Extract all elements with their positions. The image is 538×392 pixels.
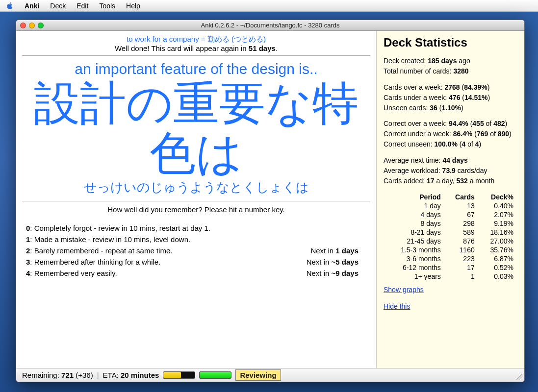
cards-over-week: Cards over a week: 2768 (84.39%) xyxy=(384,83,517,92)
table-row: 3-6 months2236.87% xyxy=(384,254,517,263)
answer-option-3[interactable]: 3: Remembered after thinking for a while… xyxy=(24,256,368,268)
stats-sidebar: Deck Statistics Deck created: 185 days a… xyxy=(376,31,524,368)
schedule-message: Well done! This card will appear again i… xyxy=(22,44,370,52)
correct-under-week: Correct under a week: 86.4% (769 of 890) xyxy=(384,129,517,139)
table-row: 8 days2989.19% xyxy=(384,219,517,228)
deck-created: Deck created: 185 days ago xyxy=(384,56,517,66)
card-reading: せっけいのじゅうようなとくしょくは xyxy=(22,179,370,196)
table-row: 1 day130.40% xyxy=(384,201,517,210)
correct-over-week: Correct over a week: 94.4% (455 of 482) xyxy=(384,119,517,128)
menu-deck[interactable]: Deck xyxy=(50,2,66,10)
resize-handle-icon[interactable] xyxy=(516,374,522,380)
divider xyxy=(22,201,370,201)
apple-logo-icon[interactable] xyxy=(6,2,14,10)
progress-bar-yellow xyxy=(163,371,195,379)
main-pane: to work for a company = 勤める (つとめる) Well … xyxy=(16,31,376,368)
table-row: 1.5-3 months116035.76% xyxy=(384,245,517,254)
window-title: Anki 0.2.6.2 - ~/Documents/tango.fc - 32… xyxy=(16,22,524,29)
unseen-cards: Unseen cards: 36 (1.10%) xyxy=(384,103,517,113)
answer-prompt: How well did you remember? Please hit a … xyxy=(24,205,368,214)
correct-unseen: Correct unseen: 100.0% (4 of 4) xyxy=(384,140,517,149)
avg-workload: Average workload: 73.9 cards/day xyxy=(384,166,517,175)
system-menubar: Anki Deck Edit Tools Help xyxy=(0,0,538,12)
period-table: Period Cards Deck% 1 day130.40%4 days672… xyxy=(384,193,517,281)
card-main-text: 設計の重要な特色は xyxy=(22,78,370,178)
menu-edit[interactable]: Edit xyxy=(77,2,88,10)
total-cards: Total number of cards: 3280 xyxy=(384,67,517,76)
cards-added: Cards added: 17 a day, 532 a month xyxy=(384,176,517,186)
card-hint: an important feature of the design is.. xyxy=(22,61,370,77)
next-interval: Next in ~9 days xyxy=(307,269,359,277)
menu-tools[interactable]: Tools xyxy=(99,2,115,10)
divider xyxy=(22,55,370,56)
table-row: 1+ years10.03% xyxy=(384,272,517,281)
remaining-label: Remaining: 721 (+36) xyxy=(22,371,93,379)
table-row: 21-45 days87627.00% xyxy=(384,237,517,245)
app-window: Anki 0.2.6.2 - ~/Documents/tango.fc - 32… xyxy=(16,20,525,382)
previous-card-summary: to work for a company = 勤める (つとめる) xyxy=(22,35,370,44)
cards-under-week: Cards under a week: 476 (14.51%) xyxy=(384,93,517,102)
avg-next-time: Average next time: 44 days xyxy=(384,156,517,165)
stats-title: Deck Statistics xyxy=(384,36,517,49)
eta-label: ETA: 20 minutes xyxy=(103,371,159,379)
mode-indicator: Reviewing xyxy=(235,369,281,381)
titlebar[interactable]: Anki 0.2.6.2 - ~/Documents/tango.fc - 32… xyxy=(16,20,524,31)
answer-option-0[interactable]: 0: Completely forgot - review in 10 mins… xyxy=(24,222,368,234)
show-graphs-link[interactable]: Show graphs xyxy=(384,286,424,294)
status-bar: Remaining: 721 (+36) | ETA: 20 minutes R… xyxy=(16,368,524,382)
next-interval: Next in ~5 days xyxy=(307,258,359,266)
answer-option-1[interactable]: 1: Made a mistake - review in 10 mins, l… xyxy=(24,234,368,245)
table-row: 4 days672.07% xyxy=(384,210,517,219)
app-name[interactable]: Anki xyxy=(25,2,39,10)
menu-help[interactable]: Help xyxy=(126,2,140,10)
answer-options: 0: Completely forgot - review in 10 mins… xyxy=(24,222,368,279)
answer-option-2[interactable]: 2: Barely remembered - repeat at same ti… xyxy=(24,245,368,256)
answer-option-4[interactable]: 4: Remembered very easily. Next in ~9 da… xyxy=(24,268,368,279)
progress-bar-green xyxy=(199,371,231,379)
table-row: 8-21 days58918.16% xyxy=(384,228,517,237)
hide-this-link[interactable]: Hide this xyxy=(384,302,410,310)
flashcard: an important feature of the design is.. … xyxy=(22,61,370,196)
next-interval: Next in 1 days xyxy=(310,246,359,255)
table-row: 6-12 months170.52% xyxy=(384,263,517,272)
